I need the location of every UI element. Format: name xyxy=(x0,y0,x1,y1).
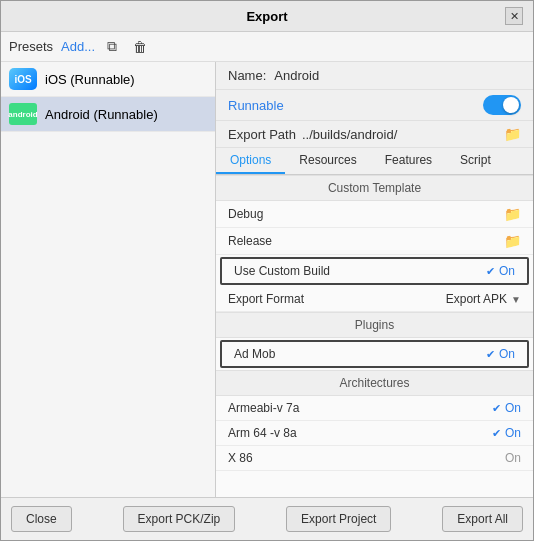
armeabi-on-text: On xyxy=(505,401,521,415)
ad-mob-label: Ad Mob xyxy=(234,347,275,361)
export-path-value: ../builds/android/ xyxy=(302,127,498,142)
add-label[interactable]: Add... xyxy=(61,39,95,54)
tabs-bar: Options Resources Features Script xyxy=(216,148,533,175)
footer: Close Export PCK/Zip Export Project Expo… xyxy=(1,497,533,540)
check-icon-custom-build: ✔ xyxy=(486,265,495,278)
tab-features[interactable]: Features xyxy=(371,148,446,174)
chevron-down-icon: ▼ xyxy=(511,294,521,305)
arm64-on-text: On xyxy=(505,426,521,440)
name-row: Name: Android xyxy=(216,62,533,90)
close-icon[interactable]: ✕ xyxy=(505,7,523,25)
release-folder-icon[interactable]: 📁 xyxy=(504,233,521,249)
android-icon: android xyxy=(9,103,37,125)
export-format-row: Export Format Export APK ▼ xyxy=(216,287,533,312)
debug-folder-icon[interactable]: 📁 xyxy=(504,206,521,222)
x86-value: On xyxy=(505,451,521,465)
ad-mob-value: ✔ On xyxy=(486,347,515,361)
sidebar-item-ios[interactable]: iOS iOS (Runnable) xyxy=(1,62,215,97)
runnable-label: Runnable xyxy=(228,98,284,113)
x86-row: X 86 On xyxy=(216,446,533,471)
export-path-label: Export Path xyxy=(228,127,296,142)
armeabi-label: Armeabi-v 7a xyxy=(228,401,299,415)
check-icon-ad-mob: ✔ xyxy=(486,348,495,361)
x86-label: X 86 xyxy=(228,451,253,465)
ad-mob-row: Ad Mob ✔ On xyxy=(220,340,529,368)
sidebar-item-android-label: Android (Runnable) xyxy=(45,107,158,122)
close-button[interactable]: Close xyxy=(11,506,72,532)
armeabi-value: ✔ On xyxy=(492,401,521,415)
ios-icon: iOS xyxy=(9,68,37,90)
export-project-button[interactable]: Export Project xyxy=(286,506,391,532)
check-icon-armeabi: ✔ xyxy=(492,402,501,415)
export-format-label: Export Format xyxy=(228,292,304,306)
title-bar: Export ✕ xyxy=(1,1,533,32)
debug-label: Debug xyxy=(228,207,263,221)
dialog-title: Export xyxy=(29,9,505,24)
export-dialog: Export ✕ Presets Add... ⧉ 🗑 iOS iOS (Run… xyxy=(0,0,534,541)
sidebar-item-ios-label: iOS (Runnable) xyxy=(45,72,135,87)
debug-row: Debug 📁 xyxy=(216,201,533,228)
ad-mob-on-text: On xyxy=(499,347,515,361)
runnable-row: Runnable xyxy=(216,90,533,121)
main-content: iOS iOS (Runnable) android Android (Runn… xyxy=(1,62,533,497)
export-all-button[interactable]: Export All xyxy=(442,506,523,532)
plugins-header: Plugins xyxy=(216,312,533,338)
check-icon-arm64: ✔ xyxy=(492,427,501,440)
armeabi-row: Armeabi-v 7a ✔ On xyxy=(216,396,533,421)
delete-button[interactable]: 🗑 xyxy=(129,37,151,57)
use-custom-build-row: Use Custom Build ✔ On xyxy=(220,257,529,285)
sidebar-item-android[interactable]: android Android (Runnable) xyxy=(1,97,215,132)
export-format-dropdown[interactable]: Export APK ▼ xyxy=(446,292,521,306)
custom-build-on-text: On xyxy=(499,264,515,278)
export-path-row: Export Path ../builds/android/ 📁 xyxy=(216,121,533,148)
arm64-row: Arm 64 -v 8a ✔ On xyxy=(216,421,533,446)
architectures-header: Architectures xyxy=(216,370,533,396)
release-label: Release xyxy=(228,234,272,248)
sidebar: iOS iOS (Runnable) android Android (Runn… xyxy=(1,62,216,497)
name-label: Name: xyxy=(228,68,266,83)
name-value: Android xyxy=(274,68,319,83)
export-format-value: Export APK xyxy=(446,292,507,306)
tab-script[interactable]: Script xyxy=(446,148,505,174)
folder-icon[interactable]: 📁 xyxy=(504,126,521,142)
export-pck-button[interactable]: Export PCK/Zip xyxy=(123,506,236,532)
arm64-value: ✔ On xyxy=(492,426,521,440)
copy-button[interactable]: ⧉ xyxy=(103,36,121,57)
release-row: Release 📁 xyxy=(216,228,533,255)
arm64-label: Arm 64 -v 8a xyxy=(228,426,297,440)
options-content: Custom Template Debug 📁 Release 📁 Use Cu… xyxy=(216,175,533,497)
tab-options[interactable]: Options xyxy=(216,148,285,174)
presets-label: Presets xyxy=(9,39,53,54)
custom-template-header: Custom Template xyxy=(216,175,533,201)
runnable-toggle[interactable] xyxy=(483,95,521,115)
toolbar: Presets Add... ⧉ 🗑 xyxy=(1,32,533,62)
tab-resources[interactable]: Resources xyxy=(285,148,370,174)
use-custom-build-value: ✔ On xyxy=(486,264,515,278)
x86-on-text: On xyxy=(505,451,521,465)
right-panel: Name: Android Runnable Export Path ../bu… xyxy=(216,62,533,497)
use-custom-build-label: Use Custom Build xyxy=(234,264,330,278)
